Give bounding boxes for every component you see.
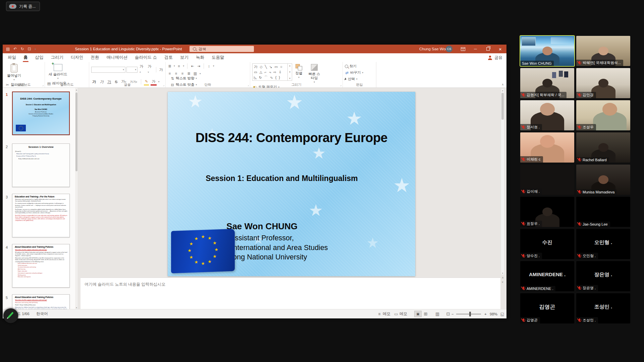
participant-tile[interactable]: 김민경 <box>576 68 630 98</box>
zoom-slider-thumb[interactable] <box>469 312 471 316</box>
new-slide-button[interactable]: 새 슬라이드 ▾ <box>47 63 69 80</box>
zoom-out-button[interactable]: − <box>451 309 454 318</box>
tab-design[interactable]: 디자인 <box>67 53 87 62</box>
bullets-button[interactable]: ≣ <box>168 64 172 68</box>
align-left-button[interactable]: ≡ <box>168 72 172 75</box>
tab-animations[interactable]: 애니메이션 <box>103 53 131 62</box>
participant-tile[interactable]: Rachel Ballard <box>576 132 630 163</box>
participant-tile[interactable]: 오민형 . 오민형 . <box>576 229 630 259</box>
previous-slide-button[interactable]: « <box>501 277 504 279</box>
tab-help[interactable]: 도움말 <box>208 53 228 62</box>
decrease-indent-button[interactable]: ⇤ <box>191 64 195 68</box>
line-spacing-button[interactable]: ↕ <box>207 64 211 68</box>
shapes-gallery-scroll[interactable]: ▴▾▾ <box>288 63 292 81</box>
tab-slideshow[interactable]: 슬라이드 쇼 <box>131 53 161 62</box>
notes-toggle-button[interactable]: ≡메모 <box>377 309 390 318</box>
tab-review[interactable]: 검토 <box>161 53 176 62</box>
fit-slide-button[interactable]: ◱ <box>500 309 504 318</box>
text-direction-button[interactable]: ⇅텍스트 방향▾ <box>170 75 204 81</box>
participant-tile[interactable]: 김현지[ 학부재학 / 국... <box>520 68 574 98</box>
clear-formatting-button[interactable]: 가 <box>158 67 164 73</box>
slide-thumbnail-3[interactable]: Education and Training—For the Future Ed… <box>12 194 70 237</box>
tab-transitions[interactable]: 전환 <box>87 53 103 62</box>
notes-pane[interactable]: 여기에 슬라이드 노트의 내용을 입력하십시오 <box>80 278 500 309</box>
participant-tile[interactable]: 조성우 <box>576 100 630 130</box>
customize-qat-icon[interactable]: ▾ <box>35 48 36 50</box>
quick-styles-button[interactable]: 빠른 스타일 ▾ <box>306 63 323 84</box>
arrange-button[interactable]: 정렬 ▾ <box>293 63 304 79</box>
account-name[interactable]: Chung Sae Won <box>419 45 447 53</box>
account-avatar[interactable]: CS <box>446 46 452 52</box>
slide-thumbnail-4[interactable]: About Education and Training Policies Ho… <box>12 244 70 288</box>
start-slideshow-icon[interactable]: ⊡ <box>28 47 31 51</box>
font-dialog-launcher[interactable]: ⌟ <box>163 84 164 86</box>
tab-insert[interactable]: 삽입 <box>32 53 47 62</box>
tab-file[interactable]: 파일 <box>4 53 20 62</box>
close-button[interactable]: × <box>494 45 506 53</box>
columns-button[interactable]: ▥ <box>193 72 197 75</box>
tab-draw[interactable]: 그리기 <box>47 53 67 62</box>
participant-tile[interactable]: 김영곤 김영곤 <box>520 293 574 323</box>
font-size-select[interactable]: ▾ <box>126 67 138 73</box>
numbering-button[interactable]: ≡ <box>177 64 181 68</box>
font-name-select[interactable]: ▾ <box>91 67 125 73</box>
normal-view-button[interactable]: ▣ <box>414 309 422 318</box>
slide-sorter-view-button[interactable]: ⊞ <box>424 309 428 318</box>
tab-home[interactable]: 홈 <box>20 53 32 62</box>
next-slide-button[interactable]: « <box>501 281 504 283</box>
participant-tile[interactable]: 정서현 . <box>520 100 574 130</box>
participant-tile[interactable]: AMINERDENE . AMINERDENE . <box>520 261 574 291</box>
slide-thumbnail-5[interactable]: About Education and Training Policies Ho… <box>12 294 70 309</box>
grow-font-button[interactable]: 가˄ <box>139 63 146 76</box>
align-right-button[interactable]: ≡ <box>180 72 184 75</box>
save-icon[interactable]: ▤ <box>6 47 10 51</box>
comments-toggle-button[interactable]: ▭메모 <box>394 309 407 318</box>
redo-icon[interactable]: ↻ <box>20 47 24 51</box>
slide-canvas[interactable]: DISS 244: Contemporary Europe Session 1:… <box>168 92 415 276</box>
participant-tile[interactable]: 김이재 . <box>520 165 574 195</box>
zoom-recording-indicator[interactable]: 기록 중... <box>6 2 40 11</box>
drawing-dialog-launcher[interactable]: ⌟ <box>340 84 341 86</box>
shapes-gallery[interactable]: 가 ◇ ╲ ↘ ▭ ○ ▭ △ ⌐ ¬ ⇨ ⇩ ◺ ↻ ⌒ ∿ { } <box>252 63 288 81</box>
zoom-slider-track[interactable] <box>456 314 481 314</box>
slide-navigation-buttons[interactable]: « « <box>501 276 504 288</box>
language-indicator[interactable]: 한국어 <box>36 309 48 318</box>
participant-tile[interactable]: Jae-Seung Lee <box>576 197 630 227</box>
find-button[interactable]: 찾기 <box>345 63 363 69</box>
shrink-font-button[interactable]: 가˅ <box>147 63 154 76</box>
tab-record[interactable]: 녹화 <box>192 53 208 62</box>
participant-tile[interactable]: 이채린 c <box>520 132 574 163</box>
zoom-level[interactable]: 98% <box>490 309 497 318</box>
restore-button[interactable] <box>482 45 494 53</box>
zoom-in-button[interactable]: + <box>484 309 487 318</box>
thumbnail-scrollbar[interactable]: ▴ ▾ <box>75 88 78 309</box>
undo-icon[interactable]: ↶ <box>13 47 17 51</box>
paragraph-dialog-launcher[interactable]: ⌟ <box>248 84 249 86</box>
justify-button[interactable]: ≣ <box>187 72 191 75</box>
select-button[interactable]: 선택▾ <box>345 76 363 82</box>
slide-thumbnail-1[interactable]: DISS 244: Contemporary Europe Session 1:… <box>12 92 70 135</box>
slide-subtitle[interactable]: Session 1: Education and Multilingualism <box>168 174 396 183</box>
collapse-ribbon-button[interactable]: ∧ <box>501 83 504 86</box>
participant-tile[interactable]: 수진 양수진 . <box>520 229 574 259</box>
participant-tile[interactable]: 표정우 . <box>520 197 574 227</box>
slide-thumbnail-2[interactable]: Session 1 Overview (Period 1) Education … <box>12 143 70 187</box>
increase-indent-button[interactable]: ⇥ <box>197 64 201 68</box>
ribbon-display-options-button[interactable] <box>457 45 469 53</box>
participant-tile[interactable]: Munisa Mamadieva <box>576 165 630 195</box>
slideshow-view-button[interactable]: ⊡ <box>446 309 450 318</box>
search-box[interactable]: 검색 <box>190 46 254 52</box>
replace-button[interactable]: ⇄바꾸기▾ <box>345 70 363 76</box>
slide-scrollbar[interactable]: ▴ ▾ <box>501 88 504 275</box>
annotation-pen-button[interactable] <box>3 308 18 323</box>
participant-tile[interactable]: 박혜연[ 국제대학원석... <box>576 36 630 66</box>
participant-tile[interactable]: 장은영 . 장은영 . <box>576 261 630 291</box>
reading-view-button[interactable]: ▥ <box>435 309 439 318</box>
participant-tile[interactable]: 조성민 . 조성민 . <box>576 293 630 323</box>
participant-tile[interactable]: Sae Won CHUNG <box>520 36 574 66</box>
clipboard-dialog-launcher[interactable]: ⌟ <box>42 84 44 86</box>
tab-view[interactable]: 보기 <box>176 53 192 62</box>
minimize-button[interactable]: ─ <box>469 45 482 53</box>
slide-title[interactable]: DISS 244: Contemporary Europe <box>168 131 415 145</box>
paste-button[interactable]: 붙여넣기 ▾ <box>5 63 23 82</box>
